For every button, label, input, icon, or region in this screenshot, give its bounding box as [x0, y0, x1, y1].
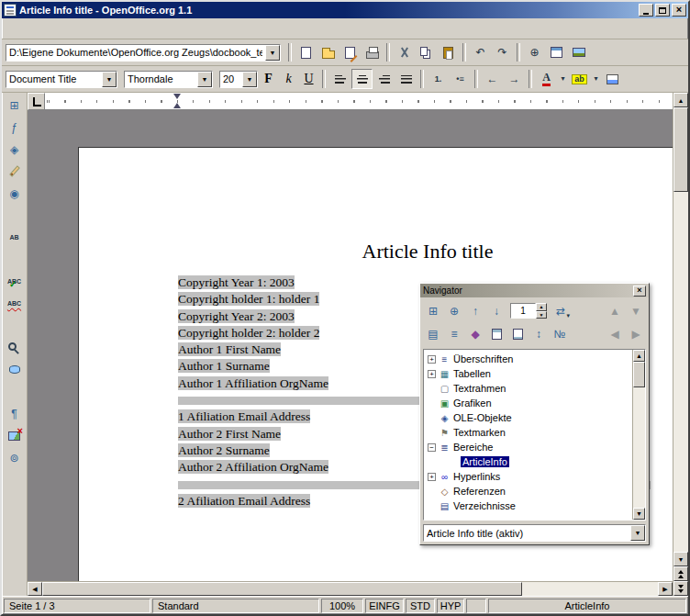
- maximize-button[interactable]: [655, 4, 670, 17]
- graphics-onoff-icon[interactable]: [4, 425, 26, 446]
- edit-file-icon[interactable]: [339, 42, 361, 62]
- bold-button[interactable]: F: [259, 70, 278, 88]
- new-document-icon[interactable]: [295, 42, 317, 62]
- tree-item-hyperlinks[interactable]: + ∞ Hyperlinks: [424, 469, 632, 484]
- align-center-icon[interactable]: [351, 69, 373, 89]
- underline-button[interactable]: U: [299, 70, 318, 88]
- tree-item-tabellen[interactable]: + ▦ Tabellen: [424, 366, 632, 381]
- status-selection-mode[interactable]: STD: [406, 599, 435, 613]
- heading-levels-icon[interactable]: №: [550, 324, 570, 343]
- nonprinting-characters-icon[interactable]: ¶: [4, 403, 26, 424]
- bullets-icon[interactable]: •≡: [450, 69, 471, 89]
- menu-format[interactable]: [56, 25, 69, 32]
- tree-item-ueberschriften[interactable]: + ≡ Überschriften: [424, 352, 632, 366]
- insert-fields-icon[interactable]: ƒ: [4, 117, 26, 138]
- tree-scroll-track[interactable]: [633, 362, 645, 508]
- set-reminder-icon[interactable]: ◆: [465, 324, 485, 343]
- navigator-document-input[interactable]: [424, 525, 630, 541]
- spin-up-button[interactable]: ▲: [536, 303, 547, 311]
- gallery-icon[interactable]: [568, 42, 589, 62]
- menu-einfuegen[interactable]: [43, 25, 56, 32]
- decrease-indent-icon[interactable]: ←: [482, 69, 503, 89]
- find-replace-icon[interactable]: [4, 337, 26, 358]
- highlighting-icon[interactable]: ab: [569, 69, 590, 89]
- title-bar[interactable]: Article Info title - OpenOffice.org 1.1 …: [2, 2, 688, 18]
- font-name-input[interactable]: [125, 72, 197, 87]
- footer-icon[interactable]: [507, 324, 528, 343]
- open-icon[interactable]: [317, 42, 339, 62]
- cut-icon[interactable]: [394, 42, 415, 62]
- scroll-up-button[interactable]: ▲: [673, 93, 688, 107]
- previous-icon[interactable]: ↑: [465, 301, 485, 320]
- autospellcheck-icon[interactable]: ABC: [4, 293, 26, 314]
- next-page-button[interactable]: [673, 581, 688, 596]
- font-dropdown-button[interactable]: ▼: [197, 72, 212, 87]
- header-icon[interactable]: [486, 324, 506, 343]
- navigation-icon[interactable]: ⊕: [444, 301, 464, 320]
- tree-expander[interactable]: +: [428, 370, 436, 378]
- tree-item-verzeichnisse[interactable]: ▤ Verzeichnisse: [424, 498, 632, 513]
- tree-expander[interactable]: +: [428, 473, 436, 481]
- scroll-down-button[interactable]: ▼: [673, 552, 688, 566]
- spin-down-button[interactable]: ▼: [536, 311, 547, 319]
- tree-expander[interactable]: −: [428, 443, 436, 452]
- scroll-right-button[interactable]: ▶: [658, 582, 673, 596]
- status-page[interactable]: Seite 1 / 3: [4, 599, 150, 613]
- tree-item-grafiken[interactable]: ▣ Grafiken: [424, 396, 632, 410]
- copy-icon[interactable]: [416, 42, 437, 62]
- close-button[interactable]: ×: [672, 4, 686, 17]
- undo-icon[interactable]: ↶: [470, 42, 491, 62]
- vertical-scroll-track[interactable]: [673, 107, 688, 552]
- status-page-style[interactable]: Standard: [152, 599, 319, 613]
- align-justify-icon[interactable]: [395, 69, 417, 89]
- page-number-input[interactable]: [510, 303, 536, 319]
- tree-scroll-down-button[interactable]: ▼: [633, 508, 645, 520]
- autotext-icon[interactable]: AB: [4, 227, 26, 248]
- tree-item-ole-objekte[interactable]: ◈ OLE-Objekte: [424, 410, 632, 425]
- url-input[interactable]: [6, 45, 265, 61]
- left-indent-marker[interactable]: [173, 99, 181, 108]
- drag-mode-icon[interactable]: ⇄: [551, 301, 571, 320]
- anchor-text-icon[interactable]: ↕: [529, 324, 549, 343]
- menu-ansicht[interactable]: [30, 25, 43, 32]
- menu-fenster[interactable]: [82, 25, 95, 32]
- draw-functions-icon[interactable]: [4, 161, 26, 182]
- increase-indent-icon[interactable]: →: [504, 69, 525, 89]
- menu-bearbeiten[interactable]: [17, 25, 30, 32]
- horizontal-scroll-thumb[interactable]: [42, 582, 522, 596]
- menu-hilfe[interactable]: [95, 25, 107, 32]
- print-icon[interactable]: [362, 42, 383, 62]
- size-dropdown-button[interactable]: ▼: [242, 72, 257, 87]
- form-functions-icon[interactable]: ◉: [4, 183, 26, 204]
- menu-datei[interactable]: [5, 25, 17, 32]
- status-hyperlink-mode[interactable]: HYP: [437, 599, 464, 613]
- align-right-icon[interactable]: [373, 69, 395, 89]
- list-box-icon[interactable]: ▤: [423, 324, 443, 343]
- highlighting-dropdown-icon[interactable]: ▾: [591, 69, 601, 89]
- navigator-title-bar[interactable]: Navigator ×: [420, 284, 649, 297]
- tree-item-textrahmen[interactable]: ▢ Textrahmen: [424, 381, 632, 396]
- paragraph-style-input[interactable]: [6, 72, 102, 87]
- paste-icon[interactable]: [438, 42, 459, 62]
- italic-button[interactable]: k: [279, 70, 298, 88]
- redo-icon[interactable]: ↷: [492, 42, 513, 62]
- numbering-icon[interactable]: 1.: [428, 69, 449, 89]
- background-color-icon[interactable]: [602, 69, 623, 89]
- align-left-icon[interactable]: [329, 69, 351, 89]
- navigator-close-button[interactable]: ×: [633, 286, 646, 297]
- tab-type-button[interactable]: [28, 93, 45, 110]
- previous-page-button[interactable]: [673, 566, 688, 581]
- spellcheck-icon[interactable]: ABC: [4, 271, 26, 292]
- style-dropdown-button[interactable]: ▼: [102, 72, 117, 87]
- font-color-icon[interactable]: A: [536, 69, 557, 89]
- tree-item-articleinfo[interactable]: ArticleInfo: [424, 454, 632, 469]
- next-icon[interactable]: ↓: [486, 301, 506, 320]
- scroll-left-button[interactable]: ◀: [28, 582, 42, 596]
- content-view-icon[interactable]: ≡: [444, 324, 464, 343]
- navigator-icon[interactable]: ⊕: [524, 42, 545, 62]
- url-dropdown-button[interactable]: ▼: [265, 45, 280, 61]
- tree-item-referenzen[interactable]: ◇ Referenzen: [424, 484, 632, 498]
- tree-scroll-thumb[interactable]: [633, 362, 645, 387]
- horizontal-scroll-track[interactable]: [42, 582, 658, 596]
- stylist-icon[interactable]: [546, 42, 567, 62]
